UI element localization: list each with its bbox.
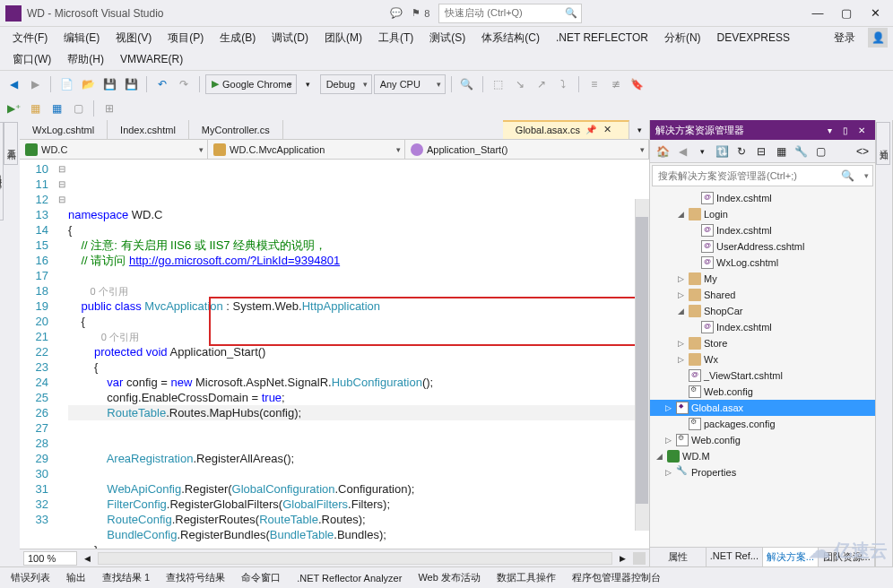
- save-button[interactable]: 💾: [100, 74, 119, 94]
- home-button[interactable]: 🏠: [654, 143, 672, 160]
- menu-window[interactable]: 窗口(W): [5, 49, 58, 70]
- tree-item[interactable]: WxLog.cshtml: [650, 255, 875, 271]
- process-button[interactable]: ▶⁺: [4, 99, 23, 118]
- split-handle[interactable]: [633, 552, 646, 565]
- server-explorer-tab[interactable]: 服务器资源管理器: [0, 122, 4, 220]
- nav-fwd-button[interactable]: ▶: [25, 74, 45, 94]
- menu-help[interactable]: 帮助(H): [60, 49, 111, 70]
- tree-item[interactable]: ◢WD.M: [650, 448, 875, 464]
- panel-title-bar[interactable]: 解决方案资源管理器 ▾ ▯ ✕: [650, 120, 875, 140]
- quick-launch-input[interactable]: 快速启动 (Ctrl+Q) 🔍: [438, 4, 582, 23]
- thread-button[interactable]: ▦: [25, 99, 45, 118]
- maximize-button[interactable]: ▢: [837, 4, 855, 22]
- nav-back-button[interactable]: ◀: [4, 74, 23, 94]
- step-into-button[interactable]: ↘: [510, 74, 530, 94]
- doc-tab[interactable]: MyController.cs: [189, 120, 283, 139]
- step-over-button[interactable]: ⤵: [553, 74, 573, 94]
- solution-tree[interactable]: Index.cshtml◢LoginIndex.cshtmlUserAddres…: [650, 188, 875, 547]
- uncomment-button[interactable]: ≢: [606, 74, 626, 94]
- save-all-button[interactable]: 💾: [121, 74, 141, 94]
- view-code-button[interactable]: <>: [854, 143, 871, 160]
- tree-item[interactable]: ▷Shared: [650, 287, 875, 303]
- redo-button[interactable]: ↷: [174, 74, 194, 94]
- menu-vmware[interactable]: VMWARE(R): [113, 50, 190, 68]
- tree-item[interactable]: ▷Store: [650, 335, 875, 351]
- notifications-flag[interactable]: ⚑8: [412, 7, 429, 19]
- pin-icon[interactable]: 📌: [585, 125, 598, 134]
- code-lines[interactable]: namespace WD.C{ // 注意: 有关启用 IIS6 或 IIS7 …: [68, 160, 649, 549]
- method-dropdown[interactable]: Application_Start(): [405, 140, 649, 159]
- minimize-button[interactable]: —: [809, 4, 827, 22]
- menu-architecture[interactable]: 体系结构(C): [474, 28, 547, 48]
- back-button[interactable]: ◀: [673, 143, 691, 160]
- scrollbar-thumb[interactable]: [636, 217, 648, 504]
- doc-tab[interactable]: WxLog.cshtml: [20, 120, 108, 139]
- scroll-left-button[interactable]: ◀: [84, 554, 91, 563]
- toolbox-tab[interactable]: 工具箱: [4, 122, 18, 165]
- menu-tools[interactable]: 工具(T): [371, 28, 420, 48]
- menu-devexpress[interactable]: DEVEXPRESS: [710, 29, 797, 47]
- tree-item[interactable]: Index.cshtml: [650, 190, 875, 206]
- menu-analyze[interactable]: 分析(N): [657, 28, 708, 48]
- tab-web-publish[interactable]: Web 发布活动: [411, 567, 487, 588]
- tree-item[interactable]: ◢ShopCar: [650, 303, 875, 319]
- solution-platform-dropdown[interactable]: Any CPU: [374, 74, 446, 94]
- tree-item[interactable]: ▷Wx: [650, 351, 875, 368]
- tree-item[interactable]: ◢Login: [650, 206, 875, 222]
- menu-team[interactable]: 团队(M): [317, 28, 369, 48]
- tab-net-reflector[interactable]: .NET Ref...: [707, 548, 763, 566]
- menu-reflector[interactable]: .NET REFLECTOR: [549, 29, 655, 47]
- feedback-icon[interactable]: 💬: [390, 7, 403, 19]
- horizontal-scrollbar[interactable]: [98, 552, 612, 565]
- tab-error-list[interactable]: 错误列表: [4, 567, 57, 588]
- tree-item[interactable]: _ViewStart.cshtml: [650, 368, 875, 384]
- open-file-button[interactable]: 📂: [78, 74, 98, 94]
- browser-select-dropdown[interactable]: ▾: [299, 74, 318, 94]
- bookmark-button[interactable]: 🔖: [628, 74, 647, 94]
- menu-test[interactable]: 测试(S): [422, 28, 473, 48]
- doc-tab-active[interactable]: Global.asax.cs 📌 ✕: [503, 120, 629, 139]
- fwd-button[interactable]: ▾: [693, 143, 711, 160]
- close-icon[interactable]: ✕: [603, 124, 616, 135]
- sync-button[interactable]: 🔃: [713, 143, 731, 160]
- undo-button[interactable]: ↶: [152, 74, 172, 94]
- panel-pin-button[interactable]: ▯: [837, 125, 854, 135]
- search-options-dropdown[interactable]: ▾: [864, 171, 869, 180]
- tree-item[interactable]: Index.cshtml: [650, 319, 875, 335]
- collapse-button[interactable]: ⊟: [752, 143, 770, 160]
- vertical-scrollbar[interactable]: [635, 199, 649, 531]
- tab-command[interactable]: 命令窗口: [234, 567, 288, 588]
- extensions-button[interactable]: ⬚: [489, 74, 508, 94]
- menu-debug[interactable]: 调试(D): [264, 28, 316, 48]
- tab-reflector-analyzer[interactable]: .NET Reflector Analyzer: [290, 569, 409, 587]
- stack-button[interactable]: ▦: [47, 99, 66, 118]
- tree-item[interactable]: Index.cshtml: [650, 222, 875, 238]
- show-all-button[interactable]: ▦: [772, 143, 790, 160]
- tree-item[interactable]: Web.config: [650, 384, 875, 400]
- menu-file[interactable]: 文件(F): [5, 28, 55, 48]
- tab-properties[interactable]: 属性: [650, 548, 707, 566]
- tab-find-1[interactable]: 查找结果 1: [95, 567, 157, 588]
- tree-item[interactable]: packages.config: [650, 416, 875, 432]
- close-button[interactable]: ✕: [866, 4, 884, 22]
- tab-team-explorer[interactable]: 团队资源...: [819, 548, 875, 566]
- solution-config-dropdown[interactable]: Debug: [320, 74, 372, 94]
- tree-item[interactable]: ▷Properties: [650, 464, 875, 480]
- properties-button[interactable]: 🔧: [792, 143, 810, 160]
- tree-item[interactable]: ▷My: [650, 271, 875, 287]
- project-dropdown[interactable]: WD.C: [20, 140, 208, 159]
- fold-gutter[interactable]: ⊟⊟⊟: [56, 160, 68, 549]
- new-project-button[interactable]: 📄: [56, 74, 76, 94]
- breakpoint-button[interactable]: ▢: [68, 99, 88, 118]
- notifications-tab[interactable]: 通知: [876, 122, 890, 165]
- sign-in-button[interactable]: 登录: [827, 28, 863, 48]
- tab-solution-explorer[interactable]: 解决方案...: [763, 548, 819, 566]
- tabs-overflow-button[interactable]: ▾: [629, 120, 649, 140]
- solution-search[interactable]: 🔍 ▾: [652, 165, 873, 186]
- tree-item[interactable]: ▷Global.asax: [650, 400, 875, 416]
- tab-package-manager[interactable]: 程序包管理器控制台: [565, 567, 668, 588]
- panel-close-button[interactable]: ✕: [854, 125, 870, 135]
- doc-tab[interactable]: Index.cshtml: [108, 120, 189, 139]
- tree-item[interactable]: UserAddress.cshtml: [650, 238, 875, 255]
- tree-item[interactable]: ▷Web.config: [650, 432, 875, 448]
